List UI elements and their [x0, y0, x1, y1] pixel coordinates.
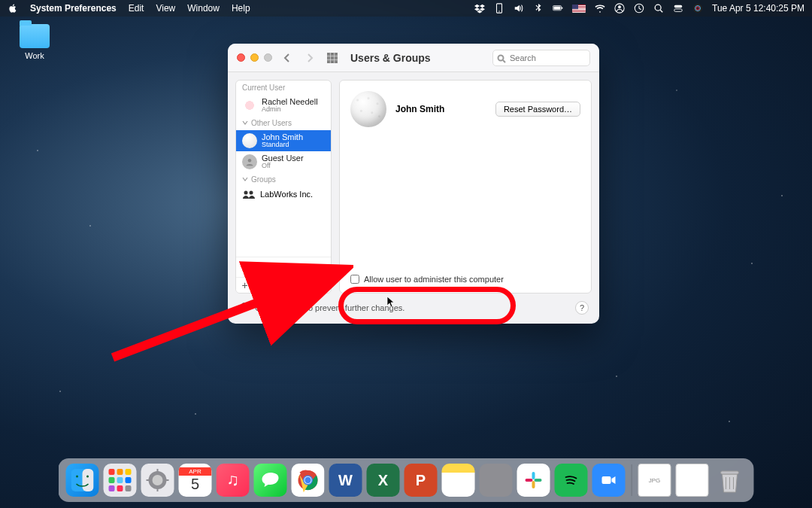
svg-rect-3 [553, 7, 560, 10]
dock-app-music[interactable]: ♫ [217, 464, 250, 497]
dock-app-messages[interactable] [254, 464, 287, 497]
svg-rect-11 [674, 9, 683, 12]
svg-point-26 [248, 159, 252, 163]
dropbox-icon[interactable] [474, 3, 485, 14]
svg-line-9 [660, 10, 662, 12]
dock-app-system-preferences[interactable] [141, 464, 174, 497]
input-source-flag-icon[interactable] [572, 5, 586, 13]
reset-password-button[interactable]: Reset Password… [495, 102, 580, 117]
menu-help[interactable]: Help [232, 3, 250, 14]
avatar-icon [242, 154, 257, 169]
device-icon[interactable] [494, 3, 504, 14]
unlocked-padlock-icon[interactable] [238, 302, 249, 314]
dock-app-word[interactable]: W [329, 464, 362, 497]
show-all-button[interactable] [325, 50, 340, 65]
svg-rect-48 [532, 481, 535, 488]
section-groups[interactable]: Groups [236, 172, 331, 187]
svg-rect-17 [335, 53, 338, 55]
dock-app-calendar[interactable]: APR5 [179, 464, 212, 497]
dock: APR5 ♫ W X P JPG [59, 458, 754, 502]
help-button[interactable]: ? [575, 301, 589, 315]
svg-rect-51 [602, 476, 611, 484]
menu-view[interactable]: View [156, 3, 175, 14]
svg-rect-10 [674, 5, 683, 8]
svg-point-45 [304, 477, 311, 483]
svg-rect-40 [165, 479, 169, 481]
users-sidebar: Current User Rachel NeedellAdmin Other U… [235, 80, 332, 294]
sidebar-item-guest-user[interactable]: Guest UserOff [236, 151, 331, 172]
search-field-wrap [492, 50, 590, 66]
search-icon [497, 53, 506, 62]
preferences-window: Users & Groups Current User Rachel Neede… [228, 44, 599, 324]
dock-app-generic[interactable] [480, 464, 513, 497]
dock-item-document-2[interactable] [676, 464, 709, 497]
login-options-button[interactable]: Login Options [236, 257, 331, 277]
sidebar-item-current-user[interactable]: Rachel NeedellAdmin [236, 95, 331, 116]
search-input[interactable] [492, 50, 590, 66]
dock-app-notes[interactable] [442, 464, 475, 497]
nav-back-button[interactable] [280, 50, 295, 65]
lock-row: Click the lock to prevent further change… [228, 294, 599, 324]
spotlight-icon[interactable] [653, 3, 664, 14]
admin-checkbox-label: Allow user to administer this computer [364, 275, 504, 284]
dock-app-launchpad[interactable] [104, 464, 137, 497]
sidebar-item-group-labworks[interactable]: LabWorks Inc. [236, 187, 331, 202]
dock-separator [632, 464, 632, 496]
apple-menu-icon[interactable] [8, 3, 18, 14]
user-role-label: Off [262, 163, 304, 170]
menu-window[interactable]: Window [187, 3, 220, 14]
close-button[interactable] [237, 53, 245, 62]
svg-rect-32 [83, 469, 94, 491]
selected-user-name: John Smith [395, 104, 444, 114]
control-center-icon[interactable] [673, 3, 683, 14]
desktop-folder-work[interactable]: Work [14, 24, 56, 60]
dock-app-excel[interactable]: X [367, 464, 400, 497]
user-avatar-golfball[interactable] [350, 91, 386, 127]
menu-bar: System Preferences Edit View Window Help… [0, 0, 812, 17]
wifi-icon[interactable] [595, 3, 605, 14]
section-other-users[interactable]: Other Users [236, 116, 331, 130]
svg-point-1 [498, 11, 499, 11]
battery-icon[interactable] [553, 3, 563, 14]
svg-point-28 [250, 190, 253, 194]
svg-point-24 [498, 55, 504, 60]
window-title: Users & Groups [350, 52, 431, 64]
user-detail-pane: John Smith Reset Password… Allow user to… [339, 80, 592, 294]
user-icon[interactable] [614, 3, 625, 14]
siri-icon[interactable] [692, 3, 703, 14]
dock-app-slack[interactable] [517, 464, 550, 497]
svg-rect-4 [562, 8, 562, 9]
svg-point-8 [655, 5, 661, 11]
menu-edit[interactable]: Edit [129, 3, 144, 14]
group-icon [242, 190, 256, 199]
svg-rect-18 [327, 56, 329, 59]
calendar-day: 5 [191, 476, 199, 493]
menubar-clock[interactable]: Tue Apr 5 12:40:25 PM [712, 3, 804, 14]
dock-app-spotify[interactable] [555, 464, 588, 497]
svg-rect-22 [332, 61, 334, 63]
dock-trash[interactable] [714, 464, 747, 497]
clock-history-icon[interactable] [634, 3, 644, 14]
bluetooth-icon[interactable] [533, 3, 544, 14]
zoom-button[interactable] [264, 53, 272, 62]
app-name[interactable]: System Preferences [30, 3, 117, 14]
add-user-button[interactable]: + [236, 278, 254, 293]
dock-app-chrome[interactable] [292, 464, 325, 497]
dock-app-powerpoint[interactable]: P [404, 464, 438, 497]
dock-app-zoom[interactable] [592, 464, 626, 497]
volume-icon[interactable] [514, 3, 524, 14]
group-name-label: LabWorks Inc. [260, 190, 313, 199]
login-options-label: Login Options [257, 263, 308, 272]
avatar-icon [242, 98, 257, 113]
svg-point-12 [693, 4, 702, 13]
remove-user-button[interactable]: − [254, 278, 272, 293]
svg-rect-49 [526, 479, 533, 482]
admin-checkbox[interactable] [350, 275, 359, 284]
svg-rect-19 [332, 56, 334, 59]
minimize-button[interactable] [250, 53, 259, 62]
sidebar-item-john-smith[interactable]: John SmithStandard [236, 130, 331, 151]
svg-rect-20 [335, 56, 338, 59]
dock-item-document-1[interactable]: JPG [638, 464, 671, 497]
nav-forward-button[interactable] [302, 50, 317, 65]
dock-app-finder[interactable] [66, 464, 99, 497]
